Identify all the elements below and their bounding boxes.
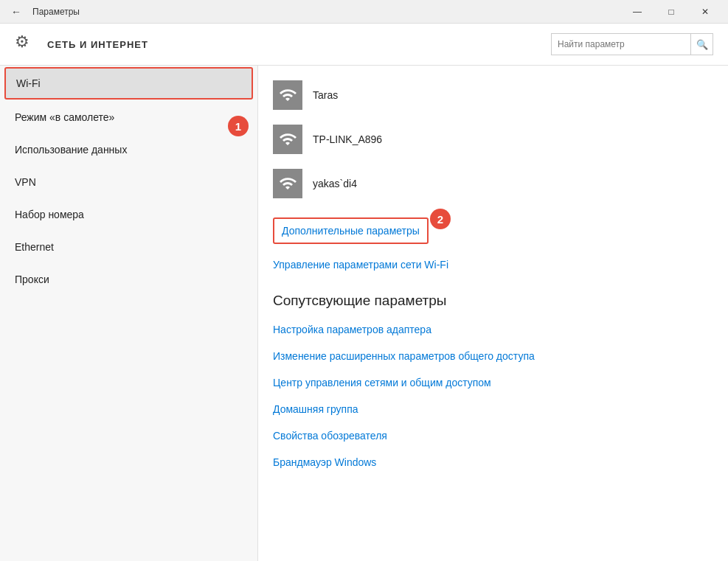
sidebar-item-proxy[interactable]: Прокси bbox=[0, 263, 257, 296]
page-header: ⚙ СЕТЬ И ИНТЕРНЕТ 🔍 bbox=[0, 24, 728, 66]
related-link-homegroup[interactable]: Домашняя группа bbox=[258, 396, 728, 422]
sidebar-item-wifi[interactable]: Wi-Fi bbox=[4, 67, 253, 100]
content-area: Taras TP-LINK_A896 yakas`di4 bbox=[258, 66, 728, 561]
window-controls: — □ ✕ bbox=[620, 0, 722, 24]
sidebar-item-vpn[interactable]: VPN bbox=[0, 166, 257, 198]
minimize-button[interactable]: — bbox=[620, 0, 654, 24]
maximize-button[interactable]: □ bbox=[654, 0, 688, 24]
related-link-adapter[interactable]: Настройка параметров адаптера bbox=[258, 316, 728, 343]
titlebar-title: Параметры bbox=[32, 7, 620, 17]
badge-1: 1 bbox=[228, 116, 249, 136]
network-item-taras[interactable]: Taras bbox=[258, 73, 728, 117]
network-item-yakas[interactable]: yakas`di4 bbox=[258, 161, 728, 206]
related-link-browser-props[interactable]: Свойства обозревателя bbox=[258, 422, 728, 449]
badge-2: 2 bbox=[430, 209, 451, 229]
settings-icon: ⚙ bbox=[15, 32, 38, 56]
main-layout: 1 Wi-Fi Режим «в самолете» Использование… bbox=[0, 66, 728, 561]
related-link-network-center[interactable]: Центр управления сетями и общим доступом bbox=[258, 369, 728, 396]
network-name-tp-link: TP-LINK_A896 bbox=[313, 133, 382, 145]
close-button[interactable]: ✕ bbox=[688, 0, 722, 24]
search-icon: 🔍 bbox=[690, 33, 713, 55]
manage-wifi-link[interactable]: Управление параметрами сети Wi-Fi bbox=[258, 251, 728, 278]
network-name-yakas: yakas`di4 bbox=[313, 178, 357, 189]
network-list: Taras TP-LINK_A896 yakas`di4 bbox=[258, 66, 728, 213]
search-input[interactable] bbox=[552, 39, 690, 49]
network-name-taras: Taras bbox=[313, 89, 338, 101]
titlebar: ← Параметры — □ ✕ bbox=[0, 0, 728, 24]
related-section-title: Сопутсвующие параметры bbox=[258, 278, 728, 316]
page-title: СЕТЬ И ИНТЕРНЕТ bbox=[47, 39, 148, 50]
search-box[interactable]: 🔍 bbox=[551, 33, 713, 55]
back-button[interactable]: ← bbox=[6, 1, 27, 22]
sidebar-item-data-usage[interactable]: Использование данных bbox=[0, 133, 257, 166]
sidebar: 1 Wi-Fi Режим «в самолете» Использование… bbox=[0, 66, 258, 561]
wifi-icon-taras bbox=[273, 80, 302, 110]
additional-settings-link[interactable]: Дополнительные параметры bbox=[273, 217, 429, 244]
sidebar-item-ethernet[interactable]: Ethernet bbox=[0, 231, 257, 263]
sidebar-item-dial-up[interactable]: Набор номера bbox=[0, 198, 257, 231]
network-item-tp-link[interactable]: TP-LINK_A896 bbox=[258, 117, 728, 161]
sidebar-item-airplane[interactable]: Режим «в самолете» bbox=[0, 101, 257, 133]
related-link-firewall[interactable]: Брандмауэр Windows bbox=[258, 449, 728, 475]
wifi-icon-yakas bbox=[273, 169, 302, 198]
wifi-icon-tp-link bbox=[273, 125, 302, 154]
related-link-sharing[interactable]: Изменение расширенных параметров общего … bbox=[258, 343, 728, 369]
